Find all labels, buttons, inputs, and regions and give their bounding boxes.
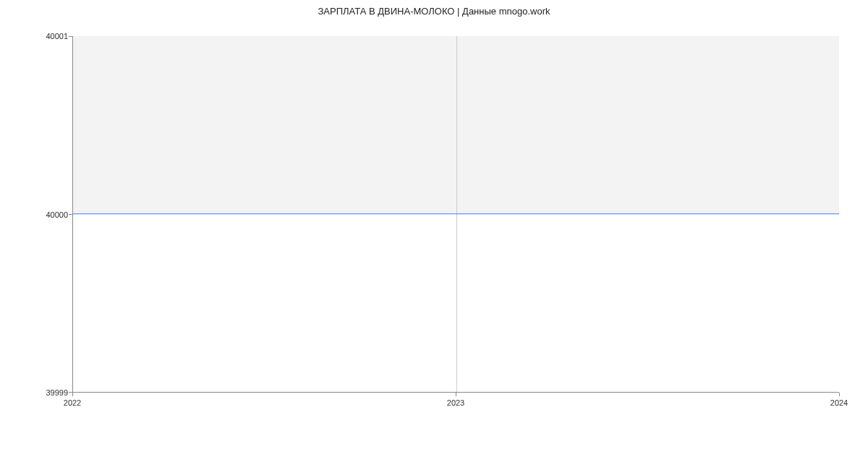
x-tick-label: 2022 [64, 398, 81, 407]
x-tick-mark [72, 393, 73, 396]
y-tick-label: 40000 [46, 210, 68, 219]
data-line [73, 213, 839, 214]
x-tick-mark [456, 393, 456, 396]
y-tick-label: 40001 [46, 32, 68, 40]
plot-area [72, 36, 839, 393]
x-tick-label: 2023 [447, 398, 464, 407]
x-tick-label: 2024 [830, 398, 848, 407]
chart-title: ЗАРПЛАТА В ДВИНА-МОЛОКО | Данные mnogo.w… [0, 6, 868, 17]
y-tick-label: 39999 [46, 388, 68, 397]
x-tick-mark [839, 393, 840, 396]
